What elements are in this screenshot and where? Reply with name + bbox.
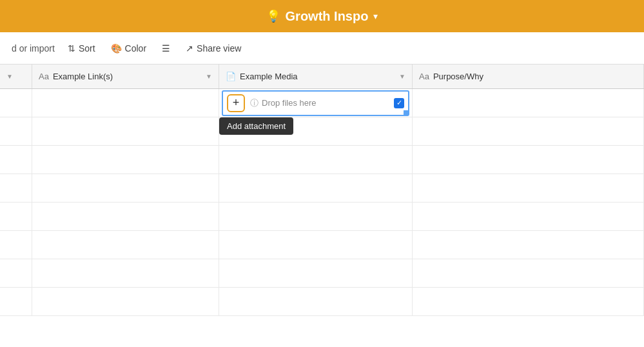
table-row: + ⓘ Drop files here Add attachment — [0, 89, 644, 117]
th-links-label: Example Link(s) — [53, 72, 113, 81]
table-row — [0, 231, 644, 259]
td-media-1[interactable]: + ⓘ Drop files here Add attachment — [219, 89, 413, 117]
table-row — [0, 288, 644, 316]
filter-button[interactable]: ☰ — [155, 40, 177, 57]
td-narrow-8 — [0, 288, 32, 315]
filter-icon: ☰ — [162, 43, 170, 54]
media-cell-active: + ⓘ Drop files here — [222, 90, 409, 116]
td-narrow-3 — [0, 146, 32, 174]
td-links-3[interactable] — [32, 146, 219, 174]
td-narrow-4 — [0, 174, 32, 202]
table-row — [0, 259, 644, 288]
td-narrow-7 — [0, 259, 32, 287]
td-purpose-2[interactable] — [413, 117, 644, 145]
td-media-8[interactable] — [219, 288, 413, 315]
cell-resize-corner[interactable] — [404, 110, 409, 115]
td-links-4[interactable] — [32, 174, 219, 202]
td-purpose-1[interactable] — [413, 89, 644, 117]
text-col-icon: Aa — [39, 72, 49, 81]
td-narrow-1 — [0, 89, 32, 117]
td-purpose-7[interactable] — [413, 259, 644, 287]
td-media-2[interactable] — [219, 117, 413, 145]
td-media-4[interactable] — [219, 174, 413, 202]
td-links-6[interactable] — [32, 231, 219, 259]
td-narrow-5 — [0, 203, 32, 230]
sort-icon: ⇅ — [68, 43, 75, 54]
color-icon: 🎨 — [111, 43, 122, 54]
td-narrow-2 — [0, 117, 32, 145]
table-row — [0, 174, 644, 203]
share-label: Share view — [197, 43, 241, 54]
lightbulb-icon: 💡 — [266, 9, 280, 23]
th-media-chevron[interactable]: ▼ — [399, 73, 405, 80]
td-links-7[interactable] — [32, 259, 219, 287]
share-view-button[interactable]: ↗ Share view — [179, 40, 248, 57]
th-media-label: Example Media — [240, 72, 298, 81]
top-bar: 💡 Growth Inspo ▾ — [0, 0, 644, 32]
td-media-7[interactable] — [219, 259, 413, 287]
td-purpose-5[interactable] — [413, 203, 644, 230]
color-label: Color — [125, 43, 146, 54]
table: ▼ Aa Example Link(s) ▼ 📄 Example Media ▼… — [0, 64, 644, 316]
drop-files-label: Drop files here — [262, 98, 317, 108]
td-links-2[interactable] — [32, 117, 219, 145]
color-button[interactable]: 🎨 Color — [104, 40, 153, 57]
table-row — [0, 146, 644, 174]
table-row — [0, 203, 644, 231]
td-purpose-6[interactable] — [413, 231, 644, 259]
toolbar: d or import ⇅ Sort 🎨 Color ☰ ↗ Share vie… — [0, 32, 644, 64]
th-media[interactable]: 📄 Example Media ▼ — [219, 64, 413, 88]
table-row — [0, 117, 644, 146]
th-purpose[interactable]: Aa Purpose/Why — [413, 64, 644, 88]
td-purpose-4[interactable] — [413, 174, 644, 202]
sort-button[interactable]: ⇅ Sort — [61, 40, 102, 57]
td-media-3[interactable] — [219, 146, 413, 174]
table-header: ▼ Aa Example Link(s) ▼ 📄 Example Media ▼… — [0, 64, 644, 89]
share-icon: ↗ — [186, 43, 193, 54]
td-links-8[interactable] — [32, 288, 219, 315]
td-media-5[interactable] — [219, 203, 413, 230]
page-title: Growth Inspo — [286, 9, 369, 24]
add-attachment-button[interactable]: + — [227, 94, 245, 112]
drop-files-area: ⓘ Drop files here — [250, 97, 389, 109]
td-purpose-8[interactable] — [413, 288, 644, 315]
td-purpose-3[interactable] — [413, 146, 644, 174]
import-label: d or import — [8, 41, 59, 56]
th-links[interactable]: Aa Example Link(s) ▼ — [32, 64, 219, 88]
media-col-icon: 📄 — [226, 72, 236, 81]
media-checkbox[interactable] — [394, 98, 404, 108]
td-links-5[interactable] — [32, 203, 219, 230]
info-icon: ⓘ — [250, 97, 259, 109]
td-media-6[interactable] — [219, 231, 413, 259]
sort-label: Sort — [79, 43, 95, 54]
th-links-chevron[interactable]: ▼ — [206, 73, 212, 80]
purpose-col-icon: Aa — [419, 72, 429, 81]
th-checkbox: ▼ — [0, 64, 32, 88]
th-purpose-label: Purpose/Why — [433, 72, 483, 81]
td-narrow-6 — [0, 231, 32, 259]
chevron-down-icon[interactable]: ▾ — [373, 11, 378, 21]
td-links-1[interactable] — [32, 89, 219, 117]
